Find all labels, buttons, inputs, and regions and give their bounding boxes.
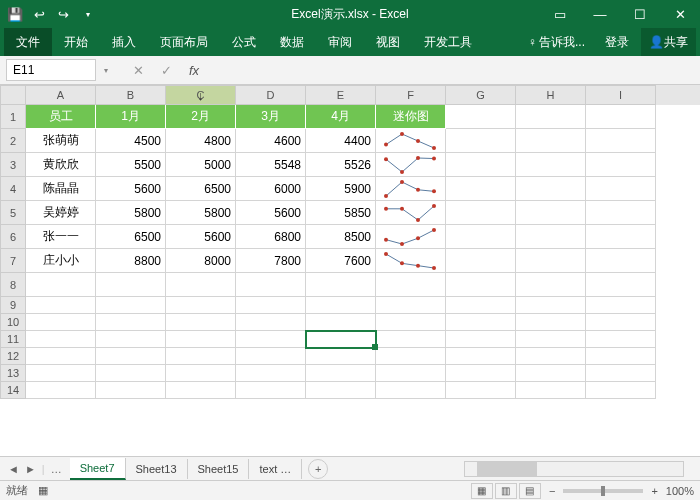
cell[interactable] <box>446 201 516 225</box>
row-header[interactable]: 14 <box>0 382 26 399</box>
cell[interactable] <box>96 297 166 314</box>
cell[interactable] <box>306 331 376 348</box>
value-cell[interactable]: 4500 <box>96 129 166 153</box>
tab-insert[interactable]: 插入 <box>100 28 148 56</box>
value-cell[interactable]: 5900 <box>306 177 376 201</box>
cell[interactable] <box>586 297 656 314</box>
maximize-icon[interactable]: ☐ <box>620 0 660 28</box>
zoom-slider[interactable] <box>563 489 643 493</box>
col-header-C[interactable]: C↓ <box>166 85 236 105</box>
cell[interactable] <box>446 331 516 348</box>
row-header[interactable]: 6 <box>0 225 26 249</box>
cell[interactable] <box>376 314 446 331</box>
table-header[interactable]: 1月 <box>96 105 166 129</box>
enter-formula-icon[interactable]: ✓ <box>156 63 176 78</box>
cell[interactable] <box>376 297 446 314</box>
add-sheet-button[interactable]: + <box>308 459 328 479</box>
value-cell[interactable]: 4600 <box>236 129 306 153</box>
qat-customize-icon[interactable]: ▾ <box>76 3 98 25</box>
name-cell[interactable]: 黄欣欣 <box>26 153 96 177</box>
cell[interactable] <box>96 331 166 348</box>
cell[interactable] <box>446 129 516 153</box>
tab-home[interactable]: 开始 <box>52 28 100 56</box>
cell[interactable] <box>446 365 516 382</box>
tab-layout[interactable]: 页面布局 <box>148 28 220 56</box>
cell[interactable] <box>516 365 586 382</box>
row-header[interactable]: 3 <box>0 153 26 177</box>
row-header[interactable]: 8 <box>0 273 26 297</box>
cell[interactable] <box>586 105 656 129</box>
row-header[interactable]: 5 <box>0 201 26 225</box>
cell[interactable] <box>516 382 586 399</box>
formula-input[interactable] <box>212 59 700 81</box>
value-cell[interactable]: 4400 <box>306 129 376 153</box>
cell[interactable] <box>166 331 236 348</box>
sheet-tab[interactable]: Sheet15 <box>188 459 250 479</box>
cell[interactable] <box>26 273 96 297</box>
fx-icon[interactable]: fx <box>184 63 204 78</box>
scrollbar-thumb[interactable] <box>477 462 537 476</box>
value-cell[interactable]: 5600 <box>96 177 166 201</box>
zoom-out-icon[interactable]: − <box>549 485 555 497</box>
cell[interactable] <box>26 297 96 314</box>
cell[interactable] <box>376 273 446 297</box>
close-icon[interactable]: ✕ <box>660 0 700 28</box>
col-header-B[interactable]: B <box>96 85 166 105</box>
view-pagelayout-icon[interactable]: ▥ <box>495 483 517 499</box>
share-button[interactable]: 👤共享 <box>641 28 696 56</box>
sheet-tab[interactable]: text … <box>249 459 302 479</box>
name-box[interactable] <box>6 59 96 81</box>
cell[interactable] <box>586 314 656 331</box>
col-header-G[interactable]: G <box>446 85 516 105</box>
value-cell[interactable]: 6500 <box>166 177 236 201</box>
cancel-formula-icon[interactable]: ✕ <box>128 63 148 78</box>
cell[interactable] <box>586 225 656 249</box>
cell[interactable] <box>376 382 446 399</box>
row-header[interactable]: 12 <box>0 348 26 365</box>
cell[interactable] <box>96 348 166 365</box>
table-header[interactable]: 2月 <box>166 105 236 129</box>
cell[interactable] <box>306 365 376 382</box>
cell[interactable] <box>586 177 656 201</box>
value-cell[interactable]: 5526 <box>306 153 376 177</box>
cell[interactable] <box>516 314 586 331</box>
cell[interactable] <box>446 297 516 314</box>
worksheet-grid[interactable]: A B C↓ D E F G H I 1员工1月2月3月4月迷你图2张萌萌450… <box>0 85 700 465</box>
value-cell[interactable]: 8000 <box>166 249 236 273</box>
table-header[interactable]: 3月 <box>236 105 306 129</box>
tab-view[interactable]: 视图 <box>364 28 412 56</box>
redo-icon[interactable]: ↪ <box>52 3 74 25</box>
undo-icon[interactable]: ↩ <box>28 3 50 25</box>
cell[interactable] <box>516 201 586 225</box>
macro-record-icon[interactable]: ▦ <box>38 484 48 497</box>
col-header-E[interactable]: E <box>306 85 376 105</box>
cell[interactable] <box>166 348 236 365</box>
cell[interactable] <box>236 365 306 382</box>
cell[interactable] <box>586 348 656 365</box>
value-cell[interactable]: 5850 <box>306 201 376 225</box>
cell[interactable] <box>166 314 236 331</box>
cell[interactable] <box>26 365 96 382</box>
value-cell[interactable]: 7600 <box>306 249 376 273</box>
row-header[interactable]: 9 <box>0 297 26 314</box>
name-cell[interactable]: 张一一 <box>26 225 96 249</box>
value-cell[interactable]: 5800 <box>96 201 166 225</box>
ribbon-options-icon[interactable]: ▭ <box>540 0 580 28</box>
cell[interactable] <box>236 382 306 399</box>
sheet-tab[interactable]: Sheet7 <box>70 458 126 480</box>
cell[interactable] <box>166 365 236 382</box>
cell[interactable] <box>446 314 516 331</box>
cell[interactable] <box>376 365 446 382</box>
value-cell[interactable]: 6500 <box>96 225 166 249</box>
tab-formulas[interactable]: 公式 <box>220 28 268 56</box>
cell[interactable] <box>306 297 376 314</box>
minimize-icon[interactable]: — <box>580 0 620 28</box>
tab-data[interactable]: 数据 <box>268 28 316 56</box>
save-icon[interactable]: 💾 <box>4 3 26 25</box>
sparkline-cell[interactable] <box>376 153 446 177</box>
cell[interactable] <box>26 331 96 348</box>
cell[interactable] <box>166 273 236 297</box>
col-header-F[interactable]: F <box>376 85 446 105</box>
cell[interactable] <box>446 177 516 201</box>
zoom-in-icon[interactable]: + <box>651 485 657 497</box>
